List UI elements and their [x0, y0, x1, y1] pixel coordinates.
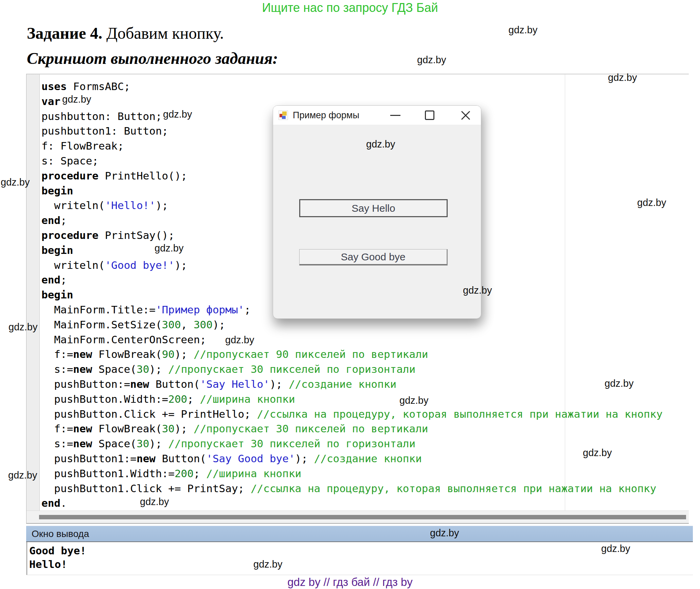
promo-header: Ищите нас по запросу ГДЗ Бай [0, 1, 700, 15]
watermark: gdz.by [163, 109, 192, 120]
maximize-icon[interactable] [425, 110, 434, 120]
code-line: pushButton.Click += PrintHello; //ссылка… [41, 407, 663, 422]
output-line: Hello! [27, 557, 693, 571]
close-icon[interactable] [460, 110, 471, 121]
output-panel-title: Окно вывода [26, 526, 693, 541]
output-line: Good bye! [27, 544, 693, 557]
app-icon-blue-square [282, 116, 286, 119]
code-line: pushButton:=new Button('Say Hello'); //с… [41, 377, 663, 392]
code-line: s:=new Space(30); //пропускает 30 пиксел… [41, 362, 663, 377]
watermark: gdz.by [8, 470, 37, 481]
task-title: Задание 4. Добавим кнопку. [27, 24, 224, 42]
form-window: Пример формы Say Hello Say Good bye [273, 105, 481, 319]
watermark: gdz.by [508, 24, 537, 36]
app-icon [279, 110, 288, 120]
app-icon-yellow-square [282, 111, 287, 116]
code-line: s:=new Space(30); //пропускает 30 пиксел… [41, 436, 663, 451]
watermark: gdz.by [417, 54, 446, 66]
watermark: gdz.by [605, 378, 633, 389]
code-line: MainForm.SetSize(300, 300); [41, 317, 663, 332]
watermark: gdz.by [225, 334, 254, 346]
watermark: gdz.by [601, 543, 630, 554]
watermark: gdz.by [1, 177, 30, 188]
code-line: MainForm.CenterOnScreen; [41, 332, 663, 347]
footer-watermark-line: gdz by // гдз бай // гдз by [0, 576, 700, 589]
watermark: gdz.by [62, 94, 91, 105]
code-line: end. [41, 496, 663, 511]
code-line: pushButton1:=new Button('Say Good bye');… [41, 451, 663, 466]
minimize-icon[interactable] [390, 115, 400, 116]
form-titlebar[interactable]: Пример формы [273, 106, 481, 125]
watermark: gdz.by [399, 395, 428, 406]
say-hello-button[interactable]: Say Hello [299, 199, 448, 217]
say-hello-button-label: Say Hello [352, 203, 395, 214]
task-title-text: Добавим кнопку. [102, 24, 224, 42]
code-line: f:=new FlowBreak(90); //пропускает 90 пи… [41, 347, 663, 362]
ide-bottom-border [26, 523, 689, 524]
watermark: gdz.by [8, 322, 37, 333]
watermark: gdz.by [366, 139, 395, 150]
code-line: pushButton1.Width:=200; //ширина кнопки [41, 466, 663, 481]
output-panel: Good bye!Hello! [26, 542, 693, 575]
watermark: gdz.by [140, 496, 169, 507]
page: Ищите нас по запросу ГДЗ Бай Задание 4. … [0, 0, 700, 589]
form-window-title: Пример формы [293, 106, 359, 125]
code-line: f:=new FlowBreak(30); //пропускает 30 пи… [41, 421, 663, 436]
watermark: gdz.by [608, 72, 637, 83]
watermark: gdz.by [463, 285, 492, 296]
watermark: gdz.by [430, 527, 459, 539]
watermark: gdz.by [637, 197, 666, 208]
code-line: uses FormsABC; [41, 79, 663, 94]
task-title-number: Задание 4. [27, 24, 102, 42]
horizontal-scrollbar-thumb[interactable] [39, 515, 686, 519]
watermark: gdz.by [253, 559, 282, 570]
subtitle: Скриншот выполненного задания: [27, 49, 278, 68]
watermark: gdz.by [155, 243, 183, 254]
say-goodbye-button-label: Say Good bye [341, 251, 405, 263]
code-editor-gutter [26, 74, 40, 510]
watermark: gdz.by [583, 447, 612, 458]
code-line: pushButton.Width:=200; //ширина кнопки [41, 392, 663, 407]
say-goodbye-button[interactable]: Say Good bye [299, 249, 448, 265]
code-line: pushButton1.Click += PrintSay; //ссылка … [41, 481, 663, 496]
output-panel-header: Окно вывода [26, 526, 693, 541]
